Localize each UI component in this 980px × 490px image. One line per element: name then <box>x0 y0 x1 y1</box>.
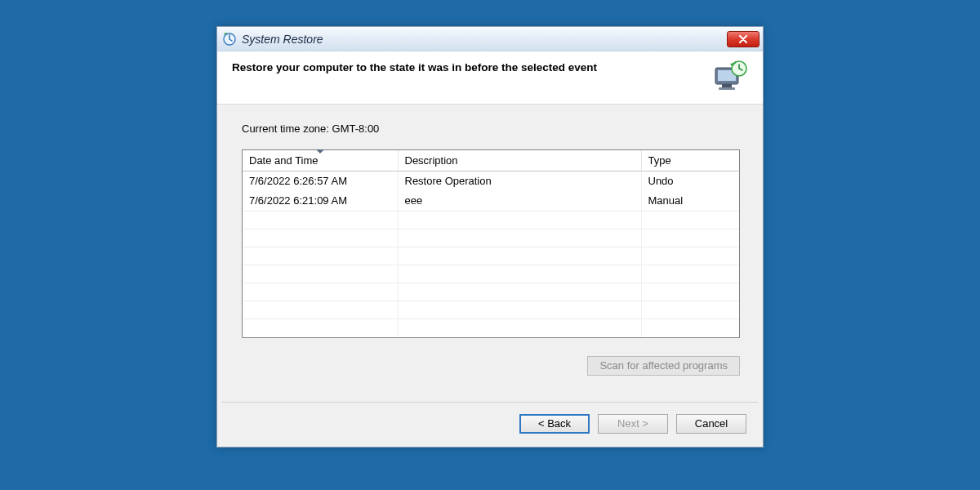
header-strip: Restore your computer to the state it wa… <box>217 51 763 105</box>
column-header-label: Date and Time <box>249 154 318 167</box>
titlebar: System Restore <box>217 27 763 51</box>
next-button[interactable]: Next > <box>598 414 668 434</box>
window-title: System Restore <box>242 33 727 46</box>
column-header-date[interactable]: Date and Time <box>243 150 398 172</box>
back-button[interactable]: < Back <box>519 414 590 434</box>
restore-clock-icon <box>222 32 237 47</box>
table-row-empty <box>243 229 739 247</box>
svg-rect-4 <box>719 87 735 90</box>
chevron-down-icon <box>316 149 324 154</box>
close-button[interactable] <box>727 31 760 47</box>
table-row-empty <box>243 283 739 301</box>
column-header-description[interactable]: Description <box>398 150 641 172</box>
system-restore-window: System Restore Restore your computer to … <box>216 26 764 448</box>
cell-date: 7/6/2022 6:21:09 AM <box>243 191 398 212</box>
svg-rect-3 <box>722 84 732 87</box>
table-row[interactable]: 7/6/2022 6:26:57 AM Restore Operation Un… <box>243 172 739 192</box>
page-heading: Restore your computer to the state it wa… <box>232 60 597 74</box>
cell-type: Manual <box>641 191 739 212</box>
cell-description: Restore Operation <box>398 172 641 192</box>
restore-points-table[interactable]: Date and Time Description Type 7/6/2022 … <box>242 149 740 338</box>
timezone-label: Current time zone: GMT-8:00 <box>242 122 740 135</box>
cell-type: Undo <box>641 172 739 192</box>
scan-affected-programs-button[interactable]: Scan for affected programs <box>587 356 740 376</box>
wizard-footer: < Back Next > Cancel <box>217 403 763 447</box>
cell-date: 7/6/2022 6:26:57 AM <box>243 172 398 192</box>
table-row-empty <box>243 265 739 283</box>
table-row-empty <box>243 212 739 229</box>
table-row-empty <box>243 319 739 337</box>
table-header-row[interactable]: Date and Time Description Type <box>243 150 739 172</box>
cancel-button[interactable]: Cancel <box>676 414 746 434</box>
table-row[interactable]: 7/6/2022 6:21:09 AM eee Manual <box>243 191 739 212</box>
cell-description: eee <box>398 191 641 212</box>
table-row-empty <box>243 247 739 265</box>
dialog-body: Current time zone: GMT-8:00 Date and Tim… <box>217 105 763 384</box>
table-row-empty <box>243 301 739 319</box>
system-restore-icon <box>710 60 748 92</box>
column-header-type[interactable]: Type <box>641 150 739 172</box>
